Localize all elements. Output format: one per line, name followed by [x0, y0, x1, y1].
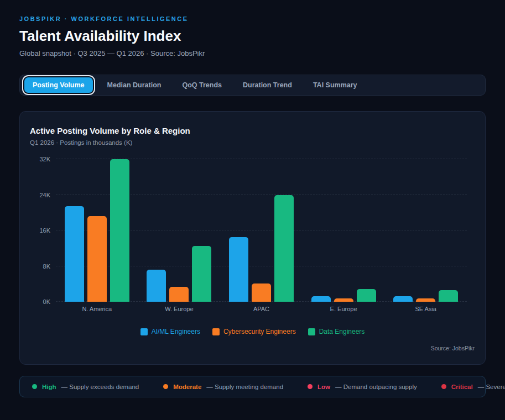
status-description: — Demand outpacing supply — [335, 384, 417, 390]
dashboard: JOBSPIKR · WORKFORCE INTELLIGENCE Talent… — [0, 0, 505, 397]
status-item-critical: Critical— Severe supply deficit — [441, 384, 505, 390]
tab-median-duration[interactable]: Median Duration — [99, 77, 170, 93]
status-label: High — [42, 384, 56, 390]
legend-swatch — [212, 328, 220, 335]
legend-item-ai-ml-engineers: AI/ML Engineers — [140, 328, 200, 335]
x-axis-label: APAC — [220, 306, 303, 312]
status-dot — [163, 384, 168, 389]
status-legend-bar: High— Supply exceeds demandModerate— Sup… — [19, 376, 486, 397]
x-axis-label: W. Europe — [138, 306, 221, 312]
bar-data-engineers[interactable] — [439, 290, 458, 302]
bar-ai-ml-engineers[interactable] — [393, 296, 413, 302]
status-description: — Supply meeting demand — [206, 384, 283, 390]
status-item-high: High— Supply exceeds demand — [32, 384, 139, 390]
bar-cybersecurity-engineers[interactable] — [334, 298, 353, 302]
bar-cybersecurity-engineers[interactable] — [169, 287, 189, 302]
status-dot — [32, 384, 37, 389]
bar-data-engineers[interactable] — [357, 289, 376, 302]
legend-swatch — [308, 328, 315, 335]
bar-group-se-asia — [384, 159, 467, 302]
bar-group-apac — [220, 159, 303, 302]
status-description: — Severe supply deficit — [478, 384, 505, 390]
tab-duration-trend[interactable]: Duration Trend — [235, 77, 300, 93]
bar-group-e-europe — [303, 159, 385, 302]
legend-label: Data Engineers — [319, 328, 365, 335]
status-label: Moderate — [173, 384, 201, 390]
chart-card: Active Posting Volume by Role & Region Q… — [19, 111, 486, 365]
x-axis-label: SE Asia — [384, 306, 467, 312]
chart-subtitle: Q1 2026 · Postings in thousands (K) — [29, 139, 476, 146]
x-axis-label: N. America — [56, 306, 138, 312]
y-tick-label: 0K — [43, 298, 50, 305]
status-dot — [441, 384, 446, 389]
bar-groups — [56, 159, 467, 302]
bar-cybersecurity-engineers[interactable] — [87, 216, 107, 302]
status-label: Critical — [451, 384, 473, 390]
y-tick-label: 8K — [43, 263, 50, 270]
page-subtitle: Global snapshot · Q3 2025 — Q1 2026 · So… — [19, 49, 486, 57]
bar-ai-ml-engineers[interactable] — [229, 237, 248, 302]
bar-chart: 32K24K16K8K0K — [29, 159, 476, 302]
y-tick-label: 16K — [39, 227, 50, 234]
bar-cybersecurity-engineers[interactable] — [252, 284, 271, 302]
bar-cybersecurity-engineers[interactable] — [416, 298, 435, 302]
legend-label: Cybersecurity Engineers — [223, 328, 296, 335]
status-item-moderate: Moderate— Supply meeting demand — [163, 384, 283, 390]
tab-qoq-trends[interactable]: QoQ Trends — [174, 77, 230, 93]
chart-source: Source: JobsPikr — [29, 345, 476, 351]
tab-tai-summary[interactable]: TAI Summary — [305, 77, 366, 93]
tab-posting-volume[interactable]: Posting Volume — [24, 77, 93, 93]
legend-label: AI/ML Engineers — [152, 328, 200, 335]
y-tick-label: 24K — [39, 192, 50, 198]
legend-swatch — [140, 328, 148, 335]
y-axis: 32K24K16K8K0K — [29, 159, 56, 302]
bar-ai-ml-engineers[interactable] — [147, 270, 166, 302]
chart-title: Active Posting Volume by Role & Region — [29, 126, 476, 135]
bar-data-engineers[interactable] — [192, 246, 211, 302]
status-description: — Supply exceeds demand — [61, 384, 139, 390]
legend-item-data-engineers: Data Engineers — [308, 328, 365, 335]
bar-data-engineers[interactable] — [274, 195, 294, 302]
status-label: Low — [317, 384, 330, 390]
tab-bar: Posting VolumeMedian DurationQoQ TrendsD… — [19, 75, 486, 96]
y-tick-label: 32K — [39, 156, 50, 162]
plot-area — [56, 159, 467, 302]
brand-label: JOBSPIKR · WORKFORCE INTELLIGENCE — [19, 15, 486, 22]
bar-group-w-europe — [138, 159, 221, 302]
legend-item-cybersecurity-engineers: Cybersecurity Engineers — [212, 328, 296, 335]
bar-data-engineers[interactable] — [110, 159, 129, 302]
bar-ai-ml-engineers[interactable] — [65, 206, 84, 302]
status-item-low: Low— Demand outpacing supply — [308, 384, 417, 390]
chart-legend: AI/ML EngineersCybersecurity EngineersDa… — [29, 328, 476, 335]
x-axis-label: E. Europe — [303, 306, 385, 312]
x-axis-labels: N. AmericaW. EuropeAPACE. EuropeSE Asia — [56, 306, 467, 312]
bar-group-n-america — [56, 159, 138, 302]
bar-ai-ml-engineers[interactable] — [311, 296, 331, 302]
page-title: Talent Availability Index — [19, 28, 486, 45]
status-dot — [308, 384, 313, 389]
